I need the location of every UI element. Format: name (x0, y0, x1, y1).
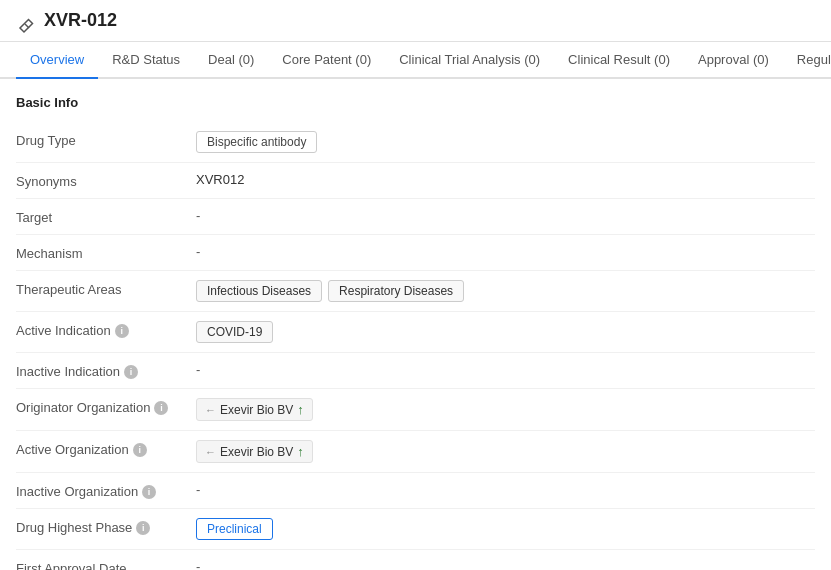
tab-core-patent[interactable]: Core Patent (0) (268, 42, 385, 79)
tab-bar: Overview R&D Status Deal (0) Core Patent… (0, 42, 831, 79)
label-therapeutic-areas: Therapeutic Areas (16, 280, 196, 297)
value-synonyms: XVR012 (196, 172, 815, 187)
active-org-arrow-icon: ↑ (297, 444, 304, 459)
info-icon-drug-phase[interactable]: i (136, 521, 150, 535)
info-icon-originator-org[interactable]: i (154, 401, 168, 415)
tab-overview[interactable]: Overview (16, 42, 98, 79)
label-target: Target (16, 208, 196, 225)
label-drug-highest-phase: Drug Highest Phase i (16, 518, 196, 535)
info-icon-inactive-indication[interactable]: i (124, 365, 138, 379)
value-originator-org: ← Exevir Bio BV ↑ (196, 398, 815, 421)
tab-approval[interactable]: Approval (0) (684, 42, 783, 79)
tag-respiratory-diseases: Respiratory Diseases (328, 280, 464, 302)
originator-org-name: Exevir Bio BV (220, 403, 293, 417)
value-inactive-org: - (196, 482, 815, 497)
label-active-org: Active Organization i (16, 440, 196, 457)
field-synonyms: Synonyms XVR012 (16, 163, 815, 199)
tab-clinical-trial[interactable]: Clinical Trial Analysis (0) (385, 42, 554, 79)
value-drug-highest-phase: Preclinical (196, 518, 815, 540)
drug-phase-badge: Preclinical (196, 518, 273, 540)
tab-rnd-status[interactable]: R&D Status (98, 42, 194, 79)
content-area: Basic Info Drug Type Bispecific antibody… (0, 79, 831, 570)
drug-type-badge: Bispecific antibody (196, 131, 317, 153)
tab-clinical-result[interactable]: Clinical Result (0) (554, 42, 684, 79)
svg-line-0 (25, 24, 29, 28)
field-drug-type: Drug Type Bispecific antibody (16, 122, 815, 163)
tag-infectious-diseases: Infectious Diseases (196, 280, 322, 302)
info-icon-active-org[interactable]: i (133, 443, 147, 457)
field-target: Target - (16, 199, 815, 235)
value-inactive-indication: - (196, 362, 815, 377)
info-icon-inactive-org[interactable]: i (142, 485, 156, 499)
info-icon-active-indication[interactable]: i (115, 324, 129, 338)
active-org-name: Exevir Bio BV (220, 445, 293, 459)
active-org-prefix-icon: ← (205, 446, 216, 458)
field-active-org: Active Organization i ← Exevir Bio BV ↑ (16, 431, 815, 473)
active-org-chip[interactable]: ← Exevir Bio BV ↑ (196, 440, 313, 463)
tab-regulation[interactable]: Regulation (0) (783, 42, 831, 79)
label-originator-org: Originator Organization i (16, 398, 196, 415)
field-therapeutic-areas: Therapeutic Areas Infectious Diseases Re… (16, 271, 815, 312)
field-active-indication: Active Indication i COVID-19 (16, 312, 815, 353)
label-first-approval-date: First Approval Date (16, 559, 196, 570)
page-header: XVR-012 (0, 0, 831, 42)
value-active-org: ← Exevir Bio BV ↑ (196, 440, 815, 463)
tab-deal[interactable]: Deal (0) (194, 42, 268, 79)
page-title: XVR-012 (44, 10, 117, 41)
value-target: - (196, 208, 815, 223)
field-drug-highest-phase: Drug Highest Phase i Preclinical (16, 509, 815, 550)
value-therapeutic-areas: Infectious Diseases Respiratory Diseases (196, 280, 815, 302)
value-first-approval-date: - (196, 559, 815, 570)
value-active-indication: COVID-19 (196, 321, 815, 343)
label-inactive-indication: Inactive Indication i (16, 362, 196, 379)
value-mechanism: - (196, 244, 815, 259)
field-inactive-org: Inactive Organization i - (16, 473, 815, 509)
label-drug-type: Drug Type (16, 131, 196, 148)
drug-icon (16, 16, 36, 36)
org-arrow-icon: ↑ (297, 402, 304, 417)
field-mechanism: Mechanism - (16, 235, 815, 271)
field-first-approval-date: First Approval Date - (16, 550, 815, 570)
label-active-indication: Active Indication i (16, 321, 196, 338)
field-inactive-indication: Inactive Indication i - (16, 353, 815, 389)
value-drug-type: Bispecific antibody (196, 131, 815, 153)
label-synonyms: Synonyms (16, 172, 196, 189)
active-indication-badge: COVID-19 (196, 321, 273, 343)
label-inactive-org: Inactive Organization i (16, 482, 196, 499)
section-basic-info: Basic Info (16, 95, 815, 110)
label-mechanism: Mechanism (16, 244, 196, 261)
field-originator-org: Originator Organization i ← Exevir Bio B… (16, 389, 815, 431)
org-prefix-icon: ← (205, 404, 216, 416)
originator-org-chip[interactable]: ← Exevir Bio BV ↑ (196, 398, 313, 421)
